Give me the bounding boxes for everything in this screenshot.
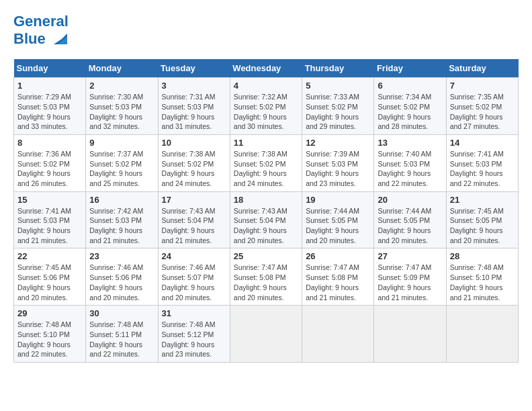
day-info: Sunrise: 7:48 AM Sunset: 5:10 PM Dayligh… [17, 320, 82, 359]
day-info: Sunrise: 7:44 AM Sunset: 5:05 PM Dayligh… [306, 206, 370, 246]
calendar-cell: 14 Sunrise: 7:41 AM Sunset: 5:03 PM Dayl… [446, 134, 518, 191]
day-info: Sunrise: 7:35 AM Sunset: 5:02 PM Dayligh… [450, 92, 515, 132]
calendar-body: 1 Sunrise: 7:29 AM Sunset: 5:03 PM Dayli… [14, 78, 519, 363]
day-info: Sunrise: 7:36 AM Sunset: 5:02 PM Dayligh… [17, 149, 82, 189]
calendar-cell: 24 Sunrise: 7:46 AM Sunset: 5:07 PM Dayl… [158, 248, 230, 306]
day-number: 6 [378, 81, 442, 91]
day-number: 11 [234, 138, 298, 148]
calendar-cell: 30 Sunrise: 7:48 AM Sunset: 5:11 PM Dayl… [86, 306, 158, 363]
weekday-header-monday: Monday [86, 59, 158, 78]
calendar-cell: 11 Sunrise: 7:38 AM Sunset: 5:02 PM Dayl… [230, 134, 302, 191]
day-number: 9 [89, 138, 154, 148]
day-info: Sunrise: 7:39 AM Sunset: 5:03 PM Dayligh… [306, 149, 370, 189]
day-info: Sunrise: 7:45 AM Sunset: 5:05 PM Dayligh… [450, 206, 515, 246]
day-number: 2 [89, 81, 154, 91]
day-info: Sunrise: 7:47 AM Sunset: 5:09 PM Dayligh… [378, 263, 442, 302]
weekday-header-saturday: Saturday [446, 59, 518, 78]
calendar-cell [230, 306, 302, 363]
day-info: Sunrise: 7:47 AM Sunset: 5:08 PM Dayligh… [234, 263, 298, 302]
calendar-cell: 27 Sunrise: 7:47 AM Sunset: 5:09 PM Dayl… [374, 248, 446, 306]
day-info: Sunrise: 7:40 AM Sunset: 5:03 PM Dayligh… [378, 149, 442, 189]
day-number: 17 [162, 195, 226, 205]
calendar-cell: 1 Sunrise: 7:29 AM Sunset: 5:03 PM Dayli… [14, 78, 86, 135]
day-info: Sunrise: 7:48 AM Sunset: 5:12 PM Dayligh… [162, 320, 226, 359]
day-number: 8 [17, 138, 82, 148]
calendar-cell [374, 306, 446, 363]
calendar-cell: 12 Sunrise: 7:39 AM Sunset: 5:03 PM Dayl… [302, 134, 374, 191]
day-info: Sunrise: 7:34 AM Sunset: 5:02 PM Dayligh… [378, 92, 442, 132]
calendar-cell: 9 Sunrise: 7:37 AM Sunset: 5:02 PM Dayli… [86, 134, 158, 191]
day-info: Sunrise: 7:48 AM Sunset: 5:11 PM Dayligh… [89, 320, 154, 359]
weekday-header-thursday: Thursday [302, 59, 374, 78]
day-number: 26 [306, 251, 370, 261]
day-number: 24 [162, 251, 226, 261]
calendar-cell: 10 Sunrise: 7:38 AM Sunset: 5:02 PM Dayl… [158, 134, 230, 191]
logo-icon [48, 30, 67, 48]
calendar-cell: 25 Sunrise: 7:47 AM Sunset: 5:08 PM Dayl… [230, 248, 302, 306]
day-info: Sunrise: 7:41 AM Sunset: 5:03 PM Dayligh… [17, 206, 82, 246]
day-number: 1 [17, 81, 82, 91]
day-info: Sunrise: 7:48 AM Sunset: 5:10 PM Dayligh… [450, 263, 515, 302]
calendar-cell: 19 Sunrise: 7:44 AM Sunset: 5:05 PM Dayl… [302, 191, 374, 248]
calendar-cell: 29 Sunrise: 7:48 AM Sunset: 5:10 PM Dayl… [14, 306, 86, 363]
day-info: Sunrise: 7:43 AM Sunset: 5:04 PM Dayligh… [234, 206, 298, 246]
day-number: 22 [17, 251, 82, 261]
day-number: 27 [378, 251, 442, 261]
day-info: Sunrise: 7:43 AM Sunset: 5:04 PM Dayligh… [162, 206, 226, 246]
calendar-cell [446, 306, 518, 363]
calendar-week-3: 15 Sunrise: 7:41 AM Sunset: 5:03 PM Dayl… [14, 191, 519, 248]
calendar-week-4: 22 Sunrise: 7:45 AM Sunset: 5:06 PM Dayl… [14, 248, 519, 306]
calendar-cell: 5 Sunrise: 7:33 AM Sunset: 5:02 PM Dayli… [302, 78, 374, 135]
calendar-cell: 18 Sunrise: 7:43 AM Sunset: 5:04 PM Dayl… [230, 191, 302, 248]
day-info: Sunrise: 7:29 AM Sunset: 5:03 PM Dayligh… [17, 92, 82, 132]
calendar-cell: 26 Sunrise: 7:47 AM Sunset: 5:08 PM Dayl… [302, 248, 374, 306]
day-number: 20 [378, 195, 442, 205]
day-info: Sunrise: 7:32 AM Sunset: 5:02 PM Dayligh… [234, 92, 298, 132]
weekday-header-sunday: Sunday [14, 59, 86, 78]
calendar-cell: 6 Sunrise: 7:34 AM Sunset: 5:02 PM Dayli… [374, 78, 446, 135]
calendar-cell: 28 Sunrise: 7:48 AM Sunset: 5:10 PM Dayl… [446, 248, 518, 306]
logo-blue: Blue [13, 31, 46, 47]
day-info: Sunrise: 7:38 AM Sunset: 5:02 PM Dayligh… [162, 149, 226, 189]
day-info: Sunrise: 7:45 AM Sunset: 5:06 PM Dayligh… [17, 263, 82, 302]
day-number: 10 [162, 138, 226, 148]
day-number: 31 [162, 308, 226, 318]
calendar-cell: 3 Sunrise: 7:31 AM Sunset: 5:03 PM Dayli… [158, 78, 230, 135]
day-number: 19 [306, 195, 370, 205]
calendar-week-5: 29 Sunrise: 7:48 AM Sunset: 5:10 PM Dayl… [14, 306, 519, 363]
day-number: 29 [17, 308, 82, 318]
day-number: 12 [306, 138, 370, 148]
day-number: 7 [450, 81, 515, 91]
day-number: 16 [89, 195, 154, 205]
weekday-header-friday: Friday [374, 59, 446, 78]
day-number: 3 [162, 81, 226, 91]
day-info: Sunrise: 7:47 AM Sunset: 5:08 PM Dayligh… [306, 263, 370, 302]
day-number: 25 [234, 251, 298, 261]
day-info: Sunrise: 7:42 AM Sunset: 5:03 PM Dayligh… [89, 206, 154, 246]
day-number: 4 [234, 81, 298, 91]
day-info: Sunrise: 7:46 AM Sunset: 5:06 PM Dayligh… [89, 263, 154, 302]
day-info: Sunrise: 7:41 AM Sunset: 5:03 PM Dayligh… [450, 149, 515, 189]
day-info: Sunrise: 7:44 AM Sunset: 5:05 PM Dayligh… [378, 206, 442, 246]
calendar-cell: 23 Sunrise: 7:46 AM Sunset: 5:06 PM Dayl… [86, 248, 158, 306]
calendar-cell: 2 Sunrise: 7:30 AM Sunset: 5:03 PM Dayli… [86, 78, 158, 135]
weekday-header-row: SundayMondayTuesdayWednesdayThursdayFrid… [14, 59, 519, 78]
day-number: 18 [234, 195, 298, 205]
day-info: Sunrise: 7:46 AM Sunset: 5:07 PM Dayligh… [162, 263, 226, 302]
weekday-header-wednesday: Wednesday [230, 59, 302, 78]
day-number: 15 [17, 195, 82, 205]
weekday-header-tuesday: Tuesday [158, 59, 230, 78]
calendar-table: SundayMondayTuesdayWednesdayThursdayFrid… [13, 59, 519, 363]
calendar-cell: 21 Sunrise: 7:45 AM Sunset: 5:05 PM Dayl… [446, 191, 518, 248]
calendar-cell: 4 Sunrise: 7:32 AM Sunset: 5:02 PM Dayli… [230, 78, 302, 135]
calendar-cell: 15 Sunrise: 7:41 AM Sunset: 5:03 PM Dayl… [14, 191, 86, 248]
day-number: 13 [378, 138, 442, 148]
calendar-cell: 7 Sunrise: 7:35 AM Sunset: 5:02 PM Dayli… [446, 78, 518, 135]
calendar-cell: 13 Sunrise: 7:40 AM Sunset: 5:03 PM Dayl… [374, 134, 446, 191]
calendar-week-1: 1 Sunrise: 7:29 AM Sunset: 5:03 PM Dayli… [14, 78, 519, 135]
header: General Blue [13, 13, 519, 48]
day-info: Sunrise: 7:30 AM Sunset: 5:03 PM Dayligh… [89, 92, 154, 132]
calendar-cell: 16 Sunrise: 7:42 AM Sunset: 5:03 PM Dayl… [86, 191, 158, 248]
day-number: 21 [450, 195, 515, 205]
calendar-cell: 20 Sunrise: 7:44 AM Sunset: 5:05 PM Dayl… [374, 191, 446, 248]
